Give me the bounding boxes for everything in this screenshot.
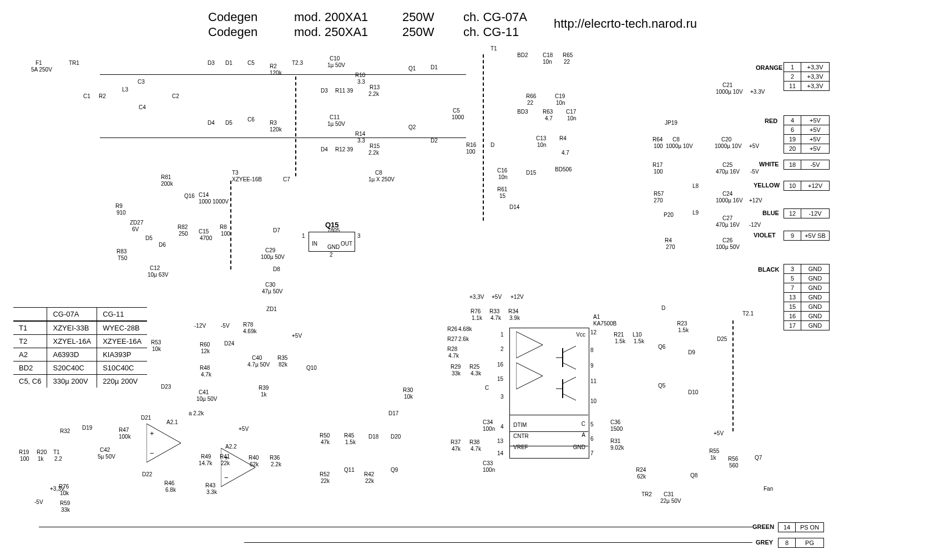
ref-C7: C7 [283, 176, 290, 182]
ref-C40v: 4.7µ 50V [247, 362, 270, 368]
ref-R15v: 2.2k [368, 150, 379, 156]
a1-pin: 10 [590, 398, 597, 404]
ref-C25v: 470µ 16V [716, 169, 740, 175]
ref-D17: D17 [388, 410, 398, 416]
ref-C17: C17 [566, 109, 576, 115]
ref-T21: T2.1 [742, 310, 754, 317]
ref-R2: R2 [99, 93, 106, 99]
ref-C24: C24 [722, 191, 732, 197]
ref-R31v: 9.02k [610, 445, 624, 451]
ref-R26v: 4.68k [458, 326, 472, 332]
ref-C10v: 1µ 50V [327, 62, 345, 68]
svg-marker-0 [516, 332, 543, 358]
ref-Db: D [661, 305, 665, 311]
ref-R60v: 12k [201, 348, 210, 354]
hdr-l2c: 250W [402, 25, 434, 39]
ref-C40: C40 [252, 355, 262, 361]
ref-R39: R39 [259, 385, 269, 391]
rail-grey [244, 542, 752, 543]
ref-R32: R32 [60, 428, 70, 434]
q15-part: 7805 [327, 227, 340, 233]
ref-C20v: 1000µ 10V [715, 143, 742, 149]
q15-lbl: GND [327, 244, 340, 250]
ref-T3: T3 [232, 170, 239, 176]
ref-R66v: 22 [527, 100, 533, 106]
ref-Q1: Q1 [408, 65, 416, 72]
ref-R15: R15 [370, 143, 380, 149]
ref-D25: D25 [717, 336, 727, 342]
rail-green [39, 527, 752, 527]
ref-C: C [485, 385, 489, 391]
q15-lbl: IN [312, 241, 317, 247]
ref-R16v: 100 [466, 149, 476, 155]
ref-R53: R53 [151, 339, 161, 345]
ref-C18: C18 [543, 52, 553, 58]
ref-C1: C1 [83, 93, 90, 99]
ref-R59: R59 [60, 500, 70, 506]
ref-m5r: -5V [221, 323, 230, 329]
ref-R23v: 1.5k [678, 327, 689, 333]
ref-Q2: Q2 [408, 124, 416, 130]
ref-R19: R19 [19, 449, 29, 455]
ref-C34v: 100n [483, 426, 495, 432]
ref-p5d: +5V [292, 333, 302, 339]
transistor-icon [556, 345, 583, 370]
out-orange: 1+3,3V 2+3,3V 11+3,3V [784, 62, 830, 91]
ref-C26: C26 [722, 237, 732, 243]
ref-C8pv: 1µ X 250V [368, 176, 395, 182]
ref-R25: R25 [469, 364, 479, 370]
ref-D7: D7 [273, 227, 280, 233]
ref-C26v: 100µ 50V [716, 244, 740, 250]
hdr-l1c: 250W [402, 10, 434, 24]
a1-pin: 14 [497, 450, 503, 456]
ref-Q10: Q10 [306, 365, 317, 371]
ref-p33t: +3,3V [469, 294, 484, 300]
ref-R2bv: 120k [270, 70, 282, 76]
ref-C14v: 1000 1000V [199, 198, 229, 205]
ref-R11: R11 39 [335, 88, 353, 94]
ref-D3: D3 [208, 60, 215, 66]
ref-C8p: C8 [375, 170, 382, 176]
ref-R31: R31 [610, 438, 620, 444]
ref-R14v: 3.3 [357, 138, 365, 144]
ref-R24: R24 [636, 467, 646, 473]
ref-C12v: 10µ 63V [148, 272, 168, 278]
ref-R29v: 33k [452, 370, 461, 376]
ref-R64: R64 [653, 136, 663, 142]
ref-R59v: 33k [61, 507, 70, 513]
ref-D9: D9 [688, 349, 695, 355]
ref-L10v: 1.5k [634, 338, 644, 344]
ref-C11v: 1µ 50V [327, 121, 345, 127]
ref-C27v: 470µ 16V [716, 222, 740, 228]
out-grey-label: GREY [756, 539, 773, 546]
ref-C25: C25 [722, 162, 732, 168]
ref-R34v: 3.9k [509, 315, 520, 321]
ref-R36: R36 [270, 455, 280, 461]
ref-R2b: R2 [270, 63, 277, 69]
ref-BD506: BD506 [555, 166, 572, 172]
ref-m5: -5V [750, 169, 759, 175]
ref-C11: C11 [330, 114, 340, 120]
svg-text:−: − [224, 474, 229, 482]
ref-C20: C20 [721, 136, 731, 142]
hdr-l2d: ch. CG-11 [463, 25, 519, 39]
svg-marker-1 [516, 363, 543, 389]
ref-R3v: 120k [270, 126, 282, 133]
ref-R40v: 62k [250, 461, 259, 467]
ref-C2: C2 [172, 93, 179, 99]
ref-R27v: 2.6k [458, 336, 469, 342]
ref-D1b: D1 [431, 64, 438, 70]
ref-p33: +3.3V [750, 89, 765, 95]
ref-p5t: +5V [492, 294, 502, 300]
ref-R8v: 100 [221, 231, 230, 237]
hdr-l1d: ch. CG-07A [463, 10, 527, 24]
a1-pin: 13 [497, 438, 503, 444]
ref-R81: R81 [161, 174, 171, 180]
ref-R10v: 3.3 [357, 79, 365, 85]
svg-text:−: − [150, 449, 154, 457]
ref-a22k: a 2.2k [189, 410, 204, 416]
q15-pin: 3 [357, 233, 361, 239]
ref-R53v: 10k [152, 346, 161, 352]
out-violet: 9+5V SB [784, 231, 830, 241]
ref-R10: R10 [355, 72, 365, 78]
